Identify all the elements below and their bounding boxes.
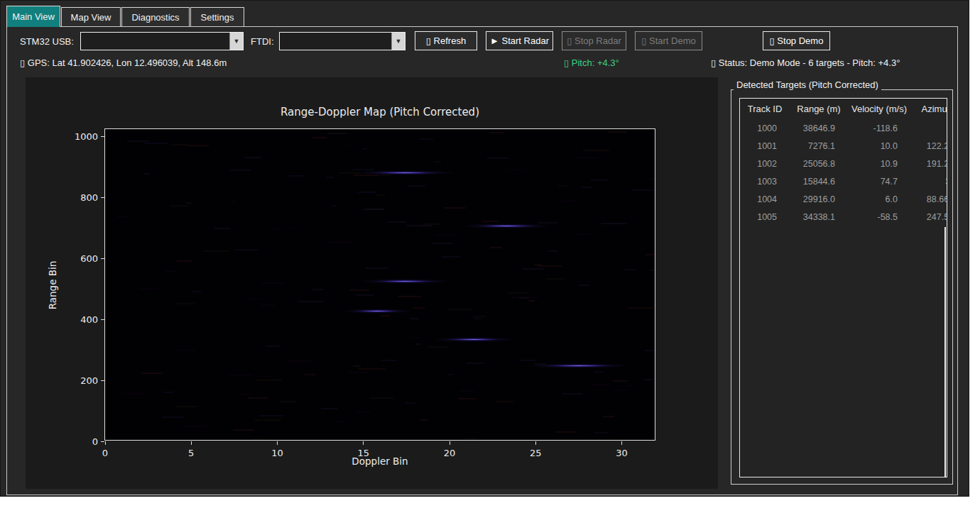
tab-map-view[interactable]: Map View xyxy=(61,7,121,26)
noise-speckle xyxy=(332,205,337,206)
x-tick-mark xyxy=(277,441,278,445)
noise-speckle xyxy=(192,291,202,292)
noise-speckle xyxy=(490,247,502,248)
noise-speckle xyxy=(214,228,230,229)
heatmap-layer xyxy=(105,129,655,440)
target-blip xyxy=(448,338,499,341)
noise-speckle xyxy=(459,398,477,399)
noise-speckle xyxy=(358,192,376,193)
stm32-usb-combobox[interactable]: ▼ xyxy=(80,32,244,50)
noise-speckle xyxy=(289,175,304,177)
chevron-down-icon[interactable]: ▼ xyxy=(391,33,405,50)
noise-speckle xyxy=(321,408,339,409)
refresh-button[interactable]: ▯ Refresh xyxy=(415,31,477,50)
chevron-down-icon[interactable]: ▼ xyxy=(229,33,243,50)
column-header-azimuth[interactable]: Azimuth xyxy=(910,104,947,114)
noise-speckle xyxy=(653,181,655,182)
range-cell: 34338.1 xyxy=(790,212,848,222)
table-body: 100038646.9-118.645°10017276.110.0122.25… xyxy=(740,119,947,226)
noise-speckle xyxy=(538,265,562,267)
noise-speckle xyxy=(356,412,370,413)
noise-speckle xyxy=(608,131,627,133)
track-id-cell: 1002 xyxy=(740,159,790,169)
table-row[interactable]: 100225056.810.9191.2552 xyxy=(740,155,947,172)
noise-speckle xyxy=(577,233,589,235)
target-blip xyxy=(355,310,399,312)
noise-speckle xyxy=(411,337,420,338)
noise-speckle xyxy=(116,216,128,217)
noise-speckle xyxy=(632,189,655,191)
noise-speckle xyxy=(646,254,655,255)
noise-speckle xyxy=(241,394,251,395)
noise-speckle xyxy=(557,185,567,187)
column-header-velocity-m-s[interactable]: Velocity (m/s) xyxy=(848,104,910,114)
range-cell: 25056.8 xyxy=(790,159,848,169)
azimuth-cell: 45° xyxy=(910,123,947,133)
noise-speckle xyxy=(170,205,187,206)
noise-speckle xyxy=(365,267,388,269)
noise-speckle xyxy=(594,432,608,434)
y-tick-mark xyxy=(101,441,104,442)
noise-speckle xyxy=(262,376,271,377)
table-header-row: Track IDRange (m)Velocity (m/s)Azimuth xyxy=(740,99,947,119)
target-blip xyxy=(546,365,611,367)
table-row[interactable]: 100315844.674.7300° xyxy=(740,172,947,190)
range-cell: 29916.0 xyxy=(790,194,848,204)
y-tick-label: 200 xyxy=(55,375,98,386)
y-tick-mark xyxy=(101,197,104,198)
ftdi-combobox[interactable]: ▼ xyxy=(279,32,405,50)
table-row[interactable]: 100429916.06.088.66998 xyxy=(740,190,947,208)
noise-speckle xyxy=(464,438,479,439)
velocity-cell: 10.0 xyxy=(848,141,910,151)
table-scrollbar[interactable] xyxy=(944,227,946,477)
track-id-cell: 1003 xyxy=(740,177,790,187)
y-tick-mark xyxy=(101,258,104,259)
table-row[interactable]: 100534338.1-58.5247.5104 xyxy=(740,208,947,226)
tab-diagnostics[interactable]: Diagnostics xyxy=(121,7,190,26)
noise-speckle xyxy=(614,390,626,391)
noise-speckle xyxy=(522,268,544,270)
tab-settings[interactable]: Settings xyxy=(190,7,244,26)
stop-demo-button[interactable]: ▯ Stop Demo xyxy=(763,31,830,50)
noise-speckle xyxy=(651,178,655,180)
velocity-cell: 6.0 xyxy=(848,194,910,204)
noise-speckle xyxy=(601,223,628,224)
noise-speckle xyxy=(176,406,197,407)
noise-speckle xyxy=(359,368,385,370)
table-row[interactable]: 100038646.9-118.645° xyxy=(740,119,947,137)
noise-speckle xyxy=(581,187,592,188)
noise-speckle xyxy=(420,419,428,421)
noise-speckle xyxy=(398,296,421,297)
tab-main-view[interactable]: Main View xyxy=(6,6,60,27)
noise-speckle xyxy=(327,177,334,178)
y-tick-label: 1000 xyxy=(55,131,98,142)
target-blip xyxy=(373,172,437,174)
y-tick-mark xyxy=(101,136,104,137)
noise-speckle xyxy=(298,301,324,302)
noise-speckle xyxy=(127,140,148,142)
noise-speckle xyxy=(594,371,604,372)
chart-ylabel: Range Bin xyxy=(47,214,58,356)
noise-speckle xyxy=(305,374,315,375)
noise-speckle xyxy=(506,169,526,170)
ftdi-label: FTDI: xyxy=(251,36,274,47)
column-header-range-m[interactable]: Range (m) xyxy=(790,104,848,114)
noise-speckle xyxy=(234,249,258,250)
noise-speckle xyxy=(287,360,312,362)
noise-speckle xyxy=(432,243,452,244)
noise-speckle xyxy=(577,158,597,159)
noise-speckle xyxy=(534,264,542,265)
azimuth-cell: 191.2552 xyxy=(910,159,947,169)
range-cell: 38646.9 xyxy=(790,123,848,133)
noise-speckle xyxy=(256,380,282,381)
column-header-track-id[interactable]: Track ID xyxy=(740,104,790,114)
noise-speckle xyxy=(141,372,163,374)
noise-speckle xyxy=(645,350,655,351)
start-radar-button[interactable]: ► Start Radar xyxy=(486,31,553,50)
noise-speckle xyxy=(175,303,194,304)
noise-speckle xyxy=(244,157,261,158)
noise-speckle xyxy=(413,307,425,309)
y-tick-mark xyxy=(101,380,104,381)
table-row[interactable]: 10017276.110.0122.2510 xyxy=(740,137,947,155)
noise-speckle xyxy=(336,421,346,423)
